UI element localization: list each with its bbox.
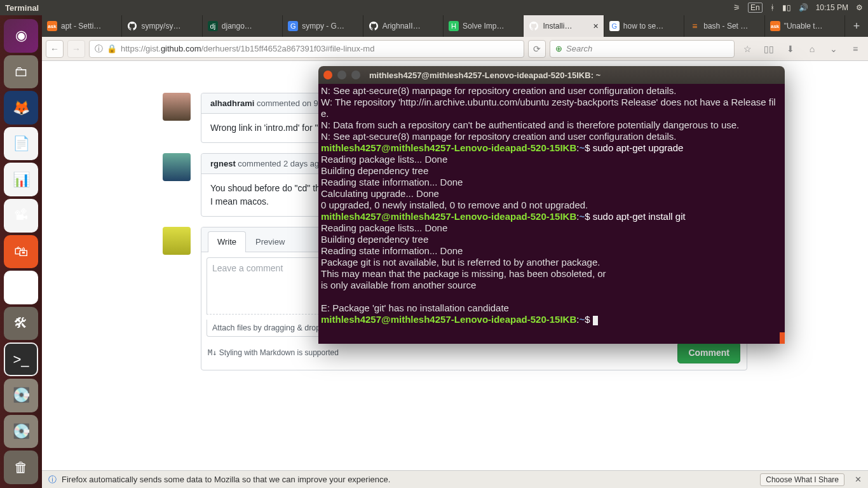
favicon: ask — [770, 21, 780, 31]
browser-tabstrip: askapt - Setti…sympy/sy…djdjango…Gsympy … — [42, 15, 868, 37]
tab-label: Solve Imp… — [463, 22, 504, 30]
browser-tab[interactable]: ≡bash - Set … — [684, 15, 764, 37]
tab-label: sympy/sy… — [141, 22, 180, 30]
downloads-icon[interactable]: ⬇ — [782, 40, 799, 58]
tab-label: apt - Setti… — [61, 22, 101, 30]
tab-label: "Unable t… — [784, 22, 823, 30]
battery-icon[interactable]: ▮▯ — [782, 3, 791, 12]
info-icon[interactable]: ⓘ — [95, 43, 103, 55]
markdown-hint: M↓ Styling with Markdown is supported — [208, 348, 339, 357]
clock[interactable]: 10:15 PM — [816, 3, 848, 12]
gear-icon[interactable]: ⚙ — [856, 3, 863, 12]
search-engine-icon: ⊕ — [555, 44, 562, 53]
scrollbar-thumb[interactable] — [780, 332, 785, 344]
favicon: H — [449, 21, 459, 31]
terminal-titlebar[interactable]: mithlesh4257@mithlesh4257-Lenovo-ideapad… — [318, 66, 785, 84]
notification-text: Firefox automatically sends some data to… — [62, 475, 390, 484]
browser-toolbar: ← → ⓘ 🔒 https://gist.github.com/derhuers… — [42, 37, 868, 61]
trash-icon[interactable]: 🗑 — [4, 451, 38, 484]
search-placeholder: Search — [566, 44, 592, 53]
tab-preview[interactable]: Preview — [246, 231, 294, 252]
favicon — [127, 21, 137, 31]
pocket-icon[interactable]: ⌄ — [825, 40, 843, 58]
avatar[interactable] — [163, 93, 191, 121]
files-icon[interactable]: 🗀 — [4, 55, 38, 89]
terminal-icon[interactable]: >_ — [4, 342, 38, 376]
forward-button: → — [67, 40, 85, 58]
maximize-icon[interactable] — [351, 71, 360, 79]
browser-tab[interactable]: ask"Unable t… — [765, 15, 845, 37]
disk-icon-2[interactable]: 💽 — [4, 415, 38, 449]
close-icon[interactable]: ✕ — [855, 475, 862, 484]
comment-button[interactable]: Comment — [677, 342, 740, 363]
browser-tab[interactable]: Installi…✕ — [524, 15, 604, 37]
calc-icon[interactable]: 📊 — [4, 163, 38, 196]
close-icon[interactable] — [323, 71, 332, 79]
back-button[interactable]: ← — [46, 40, 64, 58]
keyboard-indicator[interactable]: En — [748, 3, 763, 13]
unity-launcher: ◉ 🗀 🦊 📄 📊 📽 🛍 a 🛠 >_ 💽 💽 🗑 — [0, 15, 42, 488]
browser-tab[interactable]: ArighnaII… — [363, 15, 444, 37]
avatar[interactable] — [163, 153, 191, 181]
tab-label: Installi… — [543, 22, 572, 30]
sound-icon[interactable]: 🔊 — [799, 3, 808, 12]
favicon — [369, 21, 379, 31]
favicon — [529, 21, 539, 31]
reload-button[interactable]: ⟳ — [528, 40, 546, 58]
active-app-title: Terminal — [5, 3, 39, 13]
info-icon: ⓘ — [48, 474, 57, 485]
choose-share-button[interactable]: Choose What I Share — [760, 473, 844, 486]
tab-label: ArighnaII… — [383, 22, 421, 30]
system-tray: ⚞ En ᚼ ▮▯ 🔊 10:15 PM ⚙ — [733, 3, 863, 13]
bluetooth-icon[interactable]: ᚼ — [770, 3, 775, 12]
bookmark-star-icon[interactable]: ☆ — [738, 40, 756, 58]
browser-tab[interactable]: HSolve Imp… — [444, 15, 524, 37]
hamburger-icon[interactable]: ≡ — [846, 40, 864, 58]
amazon-icon[interactable]: a — [4, 271, 38, 304]
url-text: https://gist.github.com/derhuerst/1b15ff… — [121, 44, 374, 53]
home-icon[interactable]: ⌂ — [803, 40, 821, 58]
cursor — [593, 316, 598, 325]
browser-tab[interactable]: djdjango… — [203, 15, 283, 37]
wifi-icon[interactable]: ⚞ — [733, 3, 740, 12]
software-icon[interactable]: 🛍 — [4, 235, 38, 269]
tab-label: sympy - G… — [302, 22, 344, 30]
disk-icon-1[interactable]: 💽 — [4, 379, 38, 412]
terminal-body[interactable]: N: See apt-secure(8) manpage for reposit… — [318, 84, 785, 344]
browser-tab[interactable]: askapt - Setti… — [42, 15, 122, 37]
favicon: dj — [208, 21, 218, 31]
library-icon[interactable]: ▯▯ — [760, 40, 778, 58]
tab-write[interactable]: Write — [208, 231, 246, 252]
terminal-window[interactable]: mithlesh4257@mithlesh4257-Lenovo-ideapad… — [318, 66, 785, 344]
new-tab-button[interactable]: + — [845, 15, 868, 37]
system-menubar: Terminal ⚞ En ᚼ ▮▯ 🔊 10:15 PM ⚙ — [0, 0, 868, 15]
tab-label: how to se… — [623, 22, 663, 30]
favicon: G — [288, 21, 298, 31]
tab-label: bash - Set … — [703, 22, 748, 30]
firefox-icon[interactable]: 🦊 — [4, 91, 38, 125]
url-input[interactable]: ⓘ 🔒 https://gist.github.com/derhuerst/1b… — [89, 40, 524, 58]
browser-tab[interactable]: Ghow to se… — [604, 15, 684, 37]
impress-icon[interactable]: 📽 — [4, 199, 38, 233]
tab-label: django… — [222, 22, 252, 30]
favicon: G — [609, 21, 620, 31]
browser-tab[interactable]: sympy/sy… — [122, 15, 202, 37]
search-input[interactable]: ⊕ Search — [550, 40, 735, 58]
minimize-icon[interactable] — [337, 71, 346, 79]
avatar[interactable] — [163, 227, 191, 255]
favicon: ≡ — [689, 21, 700, 31]
browser-tab[interactable]: Gsympy - G… — [283, 15, 363, 37]
lock-icon: 🔒 — [107, 44, 117, 53]
settings-icon[interactable]: 🛠 — [4, 307, 38, 341]
tab-close-icon[interactable]: ✕ — [593, 22, 599, 30]
notification-bar: ⓘ Firefox automatically sends some data … — [42, 470, 868, 488]
favicon: ask — [47, 21, 57, 31]
terminal-title: mithlesh4257@mithlesh4257-Lenovo-ideapad… — [369, 71, 600, 80]
dash-icon[interactable]: ◉ — [4, 19, 38, 53]
writer-icon[interactable]: 📄 — [4, 127, 38, 161]
